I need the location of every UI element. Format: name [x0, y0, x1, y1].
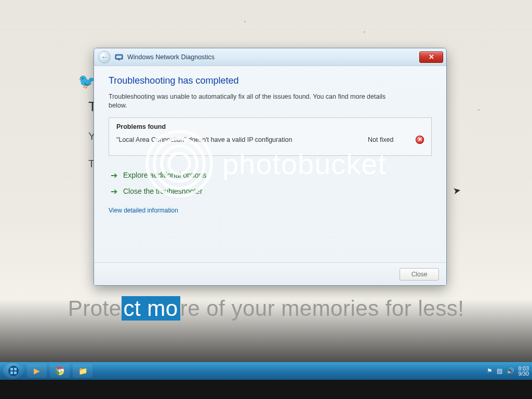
back-button[interactable]: ← — [98, 51, 111, 63]
dialog-content: Troubleshooting has completed Troublesho… — [94, 66, 446, 221]
diagnostics-icon — [115, 53, 123, 61]
arrow-right-icon: ➔ — [110, 187, 118, 196]
problem-row: "Local Area Connection" doesn't have a v… — [116, 136, 424, 144]
tray-flag-icon[interactable]: ⚑ — [487, 367, 493, 375]
problems-found-title: Problems found — [116, 123, 424, 130]
view-detailed-information-link[interactable]: View detailed information — [109, 207, 178, 214]
tray-volume-icon[interactable]: 🔊 — [507, 367, 514, 375]
media-player-icon: ▶ — [34, 366, 40, 376]
taskbar[interactable]: ▶ 📁 ⚑ ▤ 🔊 8:03 9/30 — [0, 362, 532, 380]
chrome-icon — [55, 366, 64, 376]
problem-status: Not fixed — [368, 136, 409, 143]
tray-date: 9/30 — [518, 371, 529, 377]
close-icon: ✕ — [429, 53, 434, 61]
taskbar-explorer[interactable]: 📁 — [73, 364, 92, 378]
svg-rect-1 — [116, 56, 122, 58]
option-label: Explore additional options — [123, 171, 206, 179]
tray-clock[interactable]: 8:03 9/30 — [518, 366, 529, 377]
problem-description: "Local Area Connection" doesn't have a v… — [116, 136, 368, 143]
tagline-part: Prote — [68, 296, 122, 321]
arrow-right-icon: ➔ — [110, 170, 118, 180]
dialog-footer: Close — [94, 262, 446, 285]
speck — [364, 31, 365, 33]
tagline-part: re of your memories for less! — [180, 296, 464, 321]
svg-point-3 — [8, 366, 19, 376]
network-diagnostics-dialog: ← Windows Network Diagnostics ✕ Troubles… — [94, 48, 447, 286]
system-tray[interactable]: ⚑ ▤ 🔊 8:03 9/30 — [487, 366, 529, 377]
close-button[interactable]: ✕ — [419, 51, 443, 63]
dialog-subtext: Troubleshooting was unable to automatica… — [109, 92, 400, 110]
tagline-highlight: ct mo — [122, 296, 180, 321]
monitor-bezel — [0, 380, 532, 399]
svg-rect-2 — [118, 59, 120, 60]
start-button[interactable] — [3, 363, 24, 379]
dialog-heading: Troubleshooting has completed — [109, 75, 432, 86]
taskbar-media-player[interactable]: ▶ — [27, 364, 47, 378]
watermark-tagline: Protect more of your memories for less! — [0, 296, 532, 321]
speck — [244, 21, 246, 22]
dialog-titlebar[interactable]: ← Windows Network Diagnostics ✕ — [94, 48, 446, 66]
option-label: Close the troubleshooter — [123, 187, 203, 195]
desktop-screen: 🐦 T Y Tr ← Windows Network Diagnostics ✕… — [0, 0, 532, 399]
close-troubleshooter-link[interactable]: ➔ Close the troubleshooter — [109, 183, 432, 200]
explore-additional-options-link[interactable]: ➔ Explore additional options — [109, 167, 432, 183]
problems-found-box: Problems found "Local Area Connection" d… — [109, 117, 432, 156]
speck — [478, 109, 480, 111]
taskbar-chrome[interactable] — [50, 364, 70, 378]
tray-network-icon[interactable]: ▤ — [497, 367, 502, 375]
svg-point-6 — [59, 370, 61, 373]
folder-icon: 📁 — [78, 367, 87, 375]
error-icon: ✕ — [416, 136, 424, 144]
windows-logo-icon — [8, 365, 19, 377]
dialog-title: Windows Network Diagnostics — [127, 54, 215, 61]
close-dialog-button[interactable]: Close — [400, 268, 439, 281]
